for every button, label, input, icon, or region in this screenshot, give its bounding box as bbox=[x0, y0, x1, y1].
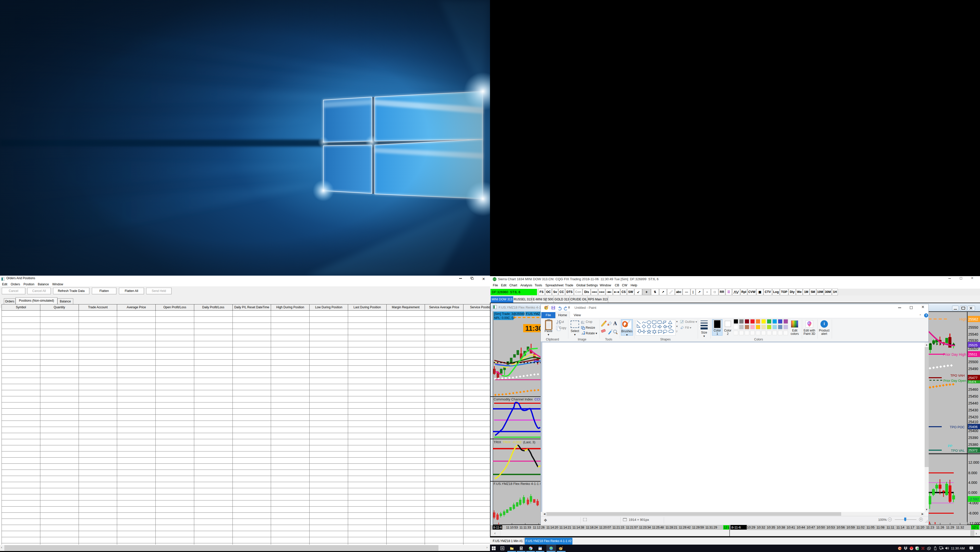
svg-text:25562: 25562 bbox=[968, 317, 978, 321]
svg-text:11:20:07: 11:20:07 bbox=[599, 526, 611, 529]
svg-text:25406: 25406 bbox=[968, 425, 977, 429]
svg-text:11:31:29: 11:31:29 bbox=[705, 526, 717, 529]
svg-text:11:26: 11:26 bbox=[936, 525, 944, 529]
svg-text:11:11: 11:11 bbox=[886, 525, 894, 529]
svg-text:4.000: 4.000 bbox=[968, 480, 977, 485]
svg-text:Prior Day Open: Prior Day Open bbox=[943, 379, 966, 383]
svg-text:TPO VAL: TPO VAL bbox=[951, 449, 965, 452]
svg-text:25450: 25450 bbox=[968, 394, 978, 398]
svg-text:11:20: 11:20 bbox=[916, 525, 924, 529]
svg-text:11:23:34: 11:23:34 bbox=[639, 526, 651, 529]
svg-text:8-11-6: 8-11-6 bbox=[493, 526, 502, 529]
svg-text:10:44: 10:44 bbox=[797, 525, 805, 529]
svg-text:10:41: 10:41 bbox=[787, 525, 795, 529]
svg-text:NPL: 0.00C, 0P: NPL: 0.00C, 0P bbox=[494, 316, 515, 320]
svg-text:Commodity Channel Index: Commodity Channel Index bbox=[493, 397, 533, 401]
svg-text:11:12:26: 11:12:26 bbox=[533, 526, 545, 529]
svg-text:11:29:59: 11:29:59 bbox=[692, 526, 704, 529]
svg-text:11:23: 11:23 bbox=[926, 525, 934, 529]
svg-text:TPO VAH: TPO VAH bbox=[950, 374, 965, 377]
svg-text:10:38: 10:38 bbox=[777, 525, 785, 529]
svg-text:25490: 25490 bbox=[968, 367, 978, 371]
svg-text:25550: 25550 bbox=[968, 325, 978, 329]
svg-text:25380: 25380 bbox=[968, 442, 978, 447]
svg-text:12 L: 12 L bbox=[724, 526, 729, 529]
svg-text:11:11:33: 11:11:33 bbox=[520, 526, 531, 529]
svg-text:11:16:24: 11:16:24 bbox=[586, 526, 598, 529]
svg-text:11:21:57: 11:21:57 bbox=[626, 526, 638, 529]
svg-text:25520: 25520 bbox=[968, 346, 978, 350]
svg-text:PP: PP bbox=[948, 444, 952, 448]
svg-text:25500: 25500 bbox=[968, 360, 978, 364]
svg-text:25511: 25511 bbox=[968, 352, 977, 356]
svg-text:11:28:21: 11:28:21 bbox=[666, 526, 677, 529]
svg-text:TRIX: TRIX bbox=[493, 440, 501, 444]
svg-text:25372: 25372 bbox=[968, 449, 977, 452]
svg-text:11:10:53: 11:10:53 bbox=[506, 526, 518, 529]
svg-text:10:35: 10:35 bbox=[767, 525, 775, 529]
svg-text:11:08: 11:08 bbox=[877, 525, 885, 529]
svg-text:F.US.YMZ18 Flex Renko 4-1-1: F.US.YMZ18 Flex Renko 4-1-1 #2 H bbox=[493, 482, 547, 486]
svg-text:10:47: 10:47 bbox=[807, 525, 815, 529]
svg-text:TPO POC: TPO POC bbox=[950, 425, 965, 429]
svg-text:[Sim] Trade: 3@25560: [Sim] Trade: 3@25560 bbox=[494, 312, 525, 316]
svg-text:Prior Day High: Prior Day High bbox=[943, 352, 966, 356]
svg-text:High: High bbox=[959, 317, 967, 321]
svg-text:-2.592: -2.592 bbox=[969, 497, 979, 501]
svg-text:25440: 25440 bbox=[968, 401, 978, 405]
svg-text:A: A bbox=[613, 321, 617, 326]
svg-text:TRIX: -0.002: TRIX: -0.002 bbox=[503, 440, 522, 444]
svg-text:11:25:48: 11:25:48 bbox=[652, 526, 664, 529]
svg-text:25430: 25430 bbox=[968, 408, 978, 412]
svg-text:25410: 25410 bbox=[968, 420, 978, 424]
svg-text:0.000: 0.000 bbox=[968, 490, 977, 495]
svg-text:25400: 25400 bbox=[968, 429, 978, 433]
svg-text:11:14:21: 11:14:21 bbox=[559, 526, 571, 529]
svg-text:8.000: 8.000 bbox=[968, 471, 977, 475]
svg-text:11:02: 11:02 bbox=[856, 525, 865, 529]
svg-text:11:17: 11:17 bbox=[906, 525, 915, 529]
svg-text:25420: 25420 bbox=[968, 415, 978, 419]
svg-text:25530: 25530 bbox=[968, 339, 978, 342]
svg-text:(Last, 3): (Last, 3) bbox=[523, 440, 535, 444]
svg-text:10:56: 10:56 bbox=[837, 525, 845, 529]
svg-text:25477: 25477 bbox=[968, 376, 977, 380]
svg-text:25474: 25474 bbox=[968, 380, 976, 383]
svg-text:10:32: 10:32 bbox=[757, 525, 765, 529]
svg-text:12 L: 12 L bbox=[972, 525, 978, 529]
svg-text:11:14:38: 11:14:38 bbox=[573, 526, 584, 529]
svg-text:11:05: 11:05 bbox=[866, 525, 875, 529]
svg-text:-8.000: -8.000 bbox=[968, 511, 978, 515]
svg-text:›: › bbox=[976, 531, 977, 535]
svg-text:25540: 25540 bbox=[968, 332, 978, 336]
svg-text:10:50: 10:50 bbox=[817, 525, 825, 529]
svg-text:11:21:15: 11:21:15 bbox=[612, 526, 624, 529]
svg-text:‹: ‹ bbox=[494, 531, 496, 535]
svg-text:11:32: 11:32 bbox=[956, 525, 964, 529]
svg-text:10:59: 10:59 bbox=[846, 525, 855, 529]
svg-text:25460: 25460 bbox=[968, 387, 978, 391]
svg-text:25390: 25390 bbox=[968, 436, 978, 440]
svg-text:11:29:42: 11:29:42 bbox=[679, 526, 690, 529]
svg-text:11:14:20: 11:14:20 bbox=[546, 526, 558, 529]
svg-text:12.000: 12.000 bbox=[968, 460, 979, 465]
svg-text:11:29: 11:29 bbox=[946, 525, 954, 529]
svg-text:8-11-6: 8-11-6 bbox=[732, 525, 741, 529]
svg-text:11:30: 11:30 bbox=[525, 325, 542, 332]
svg-text:10:53: 10:53 bbox=[827, 525, 835, 529]
svg-text:10:29: 10:29 bbox=[747, 525, 756, 529]
svg-text:11:14: 11:14 bbox=[896, 525, 904, 529]
